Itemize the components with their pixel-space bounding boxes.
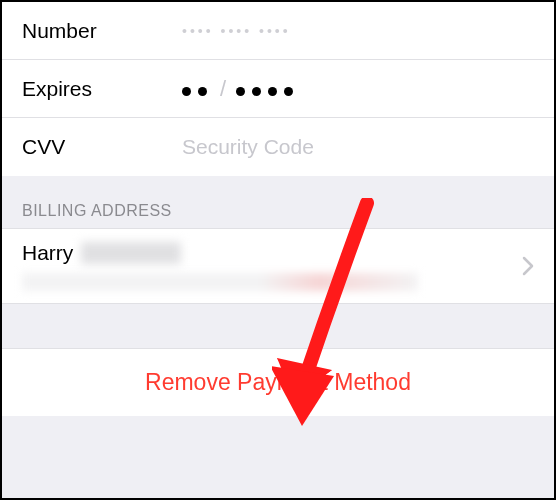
card-cvv-label: CVV [22, 135, 182, 159]
remove-payment-method-button[interactable]: Remove Payment Method [2, 348, 554, 416]
card-details-group: Number •••• •••• •••• Expires / CVV Secu… [2, 2, 554, 176]
expires-separator: / [220, 76, 226, 102]
card-cvv-row[interactable]: CVV Security Code [2, 118, 554, 176]
billing-address-row[interactable]: Harry [2, 228, 554, 304]
expires-year-dots [236, 77, 300, 101]
billing-address-redacted [22, 273, 418, 291]
card-number-redacted-tail [299, 21, 347, 41]
billing-first-name: Harry [22, 241, 73, 265]
expires-month-dots [182, 77, 214, 101]
card-expires-label: Expires [22, 77, 182, 101]
card-expires-value: / [182, 76, 534, 102]
remove-payment-method-label: Remove Payment Method [145, 369, 411, 395]
card-number-label: Number [22, 19, 182, 43]
card-number-masked: •••• •••• •••• [182, 23, 291, 39]
cvv-placeholder: Security Code [182, 135, 314, 159]
card-expires-row[interactable]: Expires / [2, 60, 554, 118]
card-number-row[interactable]: Number •••• •••• •••• [2, 2, 554, 60]
chevron-right-icon [522, 256, 534, 276]
billing-last-name-redacted [81, 242, 181, 264]
billing-address-header: BILLING ADDRESS [2, 176, 554, 228]
card-number-value: •••• •••• •••• [182, 21, 534, 41]
